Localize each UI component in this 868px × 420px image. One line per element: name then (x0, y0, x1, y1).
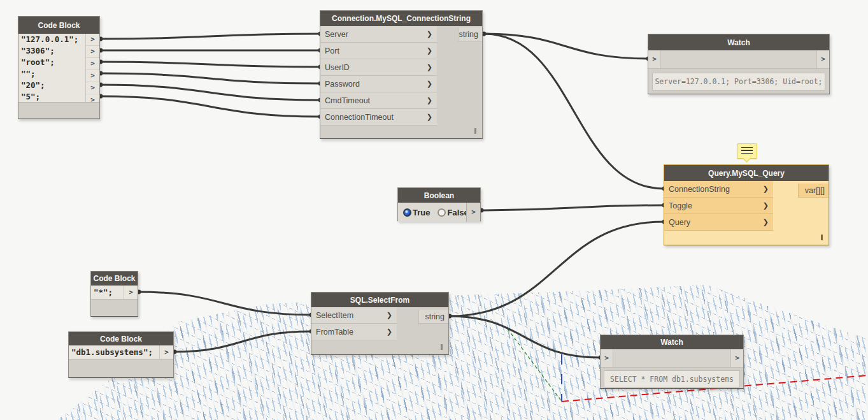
input-port-password[interactable]: Password❯ (320, 76, 437, 92)
output-port[interactable]: > (730, 349, 743, 367)
lacing-indicator[interactable] (821, 235, 823, 240)
output-port[interactable]: > (86, 34, 99, 46)
input-port-toggle[interactable]: Toggle❯ (664, 198, 773, 214)
code-line[interactable]: "*"; (91, 286, 124, 300)
port-label: Port (325, 47, 339, 55)
output-port[interactable]: > (86, 82, 99, 94)
radio-selected-icon[interactable] (403, 208, 411, 217)
wire[interactable] (174, 331, 311, 352)
port-label: Password (325, 80, 360, 89)
code-line[interactable]: "20"; (18, 80, 85, 91)
output-port-string[interactable]: string (458, 27, 482, 41)
node-sql-selectfrom[interactable]: SQL.SelectFrom SelectItem❯ FromTable❯ st… (311, 292, 449, 355)
input-port-userid[interactable]: UserID❯ (320, 59, 437, 76)
node-title[interactable]: Code Block (69, 332, 173, 345)
node-title[interactable]: Code Block (18, 17, 99, 34)
code-line[interactable]: "3306"; (18, 45, 85, 57)
input-port-connectionstring[interactable]: ConnectionString❯ (664, 181, 773, 198)
radio-true[interactable]: True (403, 208, 430, 217)
port-label: Server (325, 30, 348, 39)
chevron-right-icon: ❯ (427, 113, 432, 121)
port-label: UserID (325, 63, 350, 72)
dynamo-workspace[interactable]: Code Block "127.0.0.1"; "3306"; "root"; … (0, 0, 868, 420)
code-line[interactable]: ""; (18, 68, 85, 80)
code-line[interactable]: "5"; (18, 91, 85, 103)
input-port-query[interactable]: Query❯ (664, 214, 773, 231)
port-label: Toggle (669, 201, 692, 210)
radio-label: True (413, 208, 430, 217)
node-code-block-select-item[interactable]: Code Block "*"; > (90, 271, 138, 317)
wire[interactable] (449, 316, 600, 358)
output-port[interactable]: > (86, 70, 99, 82)
output-port[interactable]: > (86, 46, 99, 58)
port-label: CmdTimeout (325, 96, 370, 105)
lacing-indicator[interactable] (474, 128, 476, 134)
wire[interactable] (100, 34, 320, 39)
node-title[interactable]: Query.MySQL_Query (664, 165, 829, 181)
port-label: ConnectionString (669, 185, 730, 194)
wire[interactable] (449, 222, 664, 316)
node-title[interactable]: SQL.SelectFrom (311, 293, 448, 307)
chevron-right-icon: ❯ (427, 63, 432, 71)
node-connection-mysql-connectionstring[interactable]: Connection.MySQL_ConnectionString Server… (320, 10, 483, 139)
radio-label: False (447, 208, 468, 217)
code-line[interactable]: "db1.subsystems"; (69, 345, 159, 359)
node-title[interactable]: Connection.MySQL_ConnectionString (320, 11, 482, 26)
radio-false[interactable]: False (438, 208, 468, 217)
output-port[interactable]: > (466, 203, 480, 222)
input-port-fromtable[interactable]: FromTable❯ (311, 324, 397, 340)
warning-bubble[interactable] (737, 143, 757, 159)
output-port-string[interactable]: string (418, 310, 448, 324)
port-label: ConnectionTimeout (325, 113, 394, 122)
wire[interactable] (484, 34, 664, 189)
wire[interactable] (138, 292, 311, 315)
code-line[interactable]: "127.0.0.1"; (18, 34, 85, 45)
node-code-block-params[interactable]: Code Block "127.0.0.1"; "3306"; "root"; … (18, 16, 100, 119)
lacing-indicator[interactable] (441, 344, 443, 350)
wire[interactable] (481, 205, 664, 210)
node-query-mysql-query[interactable]: Query.MySQL_Query ConnectionString❯ Togg… (664, 164, 829, 245)
input-port[interactable]: > (648, 50, 661, 68)
output-port[interactable]: > (124, 286, 138, 300)
input-port-connectiontimeout[interactable]: ConnectionTimeout❯ (320, 109, 437, 126)
chevron-right-icon: ❯ (763, 201, 769, 210)
chevron-right-icon: ❯ (427, 47, 432, 55)
chevron-right-icon: ❯ (427, 96, 432, 105)
port-label: SelectItem (316, 311, 353, 320)
output-port[interactable]: > (160, 345, 173, 359)
warning-text-lines-icon (741, 147, 753, 155)
input-port-server[interactable]: Server❯ (320, 26, 437, 43)
node-title[interactable]: Code Block (91, 272, 138, 286)
chevron-right-icon: ❯ (763, 218, 769, 226)
node-watch-connection[interactable]: Watch > > Server=127.0.0.1; Port=3306; U… (648, 34, 830, 94)
output-port-var[interactable]: var[][] (798, 184, 829, 198)
node-title[interactable]: Watch (601, 335, 743, 349)
chevron-right-icon: ❯ (427, 30, 432, 38)
code-editor[interactable]: "127.0.0.1"; "3306"; "root"; ""; "20"; "… (18, 34, 85, 103)
code-editor[interactable]: "db1.subsystems"; (69, 345, 159, 359)
chevron-right-icon: ❯ (427, 80, 432, 88)
output-port[interactable]: > (816, 50, 829, 68)
chevron-right-icon: ❯ (387, 328, 392, 336)
code-editor[interactable]: "*"; (91, 286, 124, 300)
node-code-block-from-table[interactable]: Code Block "db1.subsystems"; > (68, 331, 174, 378)
wire[interactable] (100, 73, 320, 83)
port-label: Query (669, 218, 690, 227)
output-port[interactable]: > (86, 94, 99, 106)
chevron-right-icon: ❯ (763, 185, 769, 193)
wire[interactable] (100, 62, 320, 67)
node-title[interactable]: Watch (648, 34, 829, 50)
input-port-selectitem[interactable]: SelectItem❯ (311, 307, 397, 324)
node-watch-query[interactable]: Watch > > SELECT * FROM db1.subsystems (600, 335, 744, 389)
output-port[interactable]: > (86, 58, 99, 70)
watch-value: SELECT * FROM db1.subsystems (604, 370, 740, 387)
code-line[interactable]: "root"; (18, 57, 85, 68)
input-port-port[interactable]: Port❯ (320, 43, 437, 59)
input-port-cmdtimeout[interactable]: CmdTimeout❯ (320, 92, 437, 109)
watch-value: Server=127.0.0.1; Port=3306; Uid=root; (652, 73, 825, 91)
input-port[interactable]: > (601, 349, 613, 367)
node-boolean[interactable]: Boolean True False > (397, 187, 481, 221)
chevron-right-icon: ❯ (387, 311, 392, 319)
radio-unselected-icon[interactable] (438, 208, 446, 217)
node-title[interactable]: Boolean (398, 188, 480, 203)
